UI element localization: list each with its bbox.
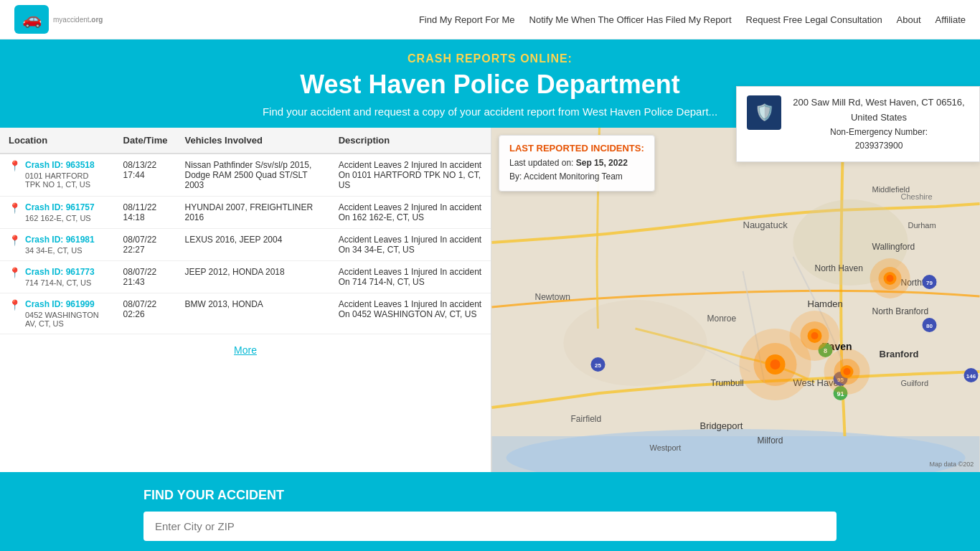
cell-vehicles-0: Nissan Pathfinder S/sv/sl/p 2015, Dodge … [176,154,329,197]
more-link[interactable]: More [234,344,257,356]
cell-description-3: Accident Leaves 1 Injured In accident On… [330,261,491,293]
svg-point-42 [887,275,894,282]
col-datetime: Date/Time [115,128,176,154]
nav-notify[interactable]: Notify Me When The Officer Has Filed My … [529,14,732,25]
svg-text:Milford: Milford [758,435,783,446]
cell-vehicles-1: HYUNDAI 2007, FREIGHTLINER 2016 [176,197,329,229]
crash-link-1[interactable]: Crash ID: 961757 [25,202,95,212]
nav-legal[interactable]: Request Free Legal Consultation [746,14,882,25]
hero-section: CRASH REPORTS ONLINE: West Haven Police … [0,39,980,128]
svg-text:79: 79 [926,280,933,286]
col-description: Description [330,128,491,154]
svg-text:Newtown: Newtown [535,292,570,302]
nav-affiliate[interactable]: Affiliate [936,14,966,25]
cell-description-2: Accident Leaves 1 Injured In accident On… [330,229,491,261]
map-section: Middlefield Durham Wallingford Northford… [491,128,980,472]
svg-text:Hamden: Hamden [808,298,843,309]
last-reported-title: LAST REPORTED INCIDENTS: [509,143,644,154]
last-by-team: Accident Monitoring Team [524,171,623,182]
nav-about[interactable]: About [897,14,921,25]
main-area: Location Date/Time Vehicles Involved Des… [0,128,980,472]
dept-phone: 2039373900 [788,139,969,153]
logo-icon: 🚗 [14,5,49,34]
location-text-2: 34 34-E, CT, US [25,246,95,255]
svg-text:Bridgeport: Bridgeport [700,420,743,431]
svg-point-50 [771,359,781,369]
time-3: 21:43 [123,277,168,287]
last-updated-label: Last updated on: [509,158,573,168]
location-pin-icon-1: 📍 [9,202,21,214]
time-4: 02:26 [123,309,168,319]
cell-datetime-0: 08/13/22 17:44 [115,154,176,197]
last-by-line: By: Accident Monitoring Team [509,170,644,184]
location-pin-icon-3: 📍 [9,267,21,278]
date-0: 08/13/22 [123,160,168,170]
crash-link-3[interactable]: Crash ID: 961773 [25,267,95,277]
time-1: 14:18 [123,212,168,222]
location-pin-icon-0: 📍 [9,160,21,171]
svg-text:Fairfield: Fairfield [571,414,602,424]
crash-link-4[interactable]: Crash ID: 961999 [25,299,106,309]
svg-text:Branford: Branford [880,349,919,359]
svg-text:Monroe: Monroe [707,314,737,324]
cell-datetime-4: 08/07/22 02:26 [115,293,176,334]
cell-location-4: 📍 Crash ID: 961999 0452 WASHINGTON AV, C… [0,293,115,334]
more-link-container: More [0,334,491,366]
svg-point-46 [811,332,819,339]
svg-text:Naugatuck: Naugatuck [743,220,788,230]
cell-datetime-1: 08/11/22 14:18 [115,197,176,229]
nav-find-report[interactable]: Find My Report For Me [419,14,515,25]
svg-text:Trumbull: Trumbull [711,378,744,388]
cell-location-0: 📍 Crash ID: 963518 0101 HARTFORD TPK NO … [0,154,115,197]
cell-vehicles-4: BMW 2013, HONDA [176,293,329,334]
location-text-0: 0101 HARTFORD TPK NO 1, CT, US [25,171,106,189]
svg-text:146: 146 [966,373,976,380]
location-text-4: 0452 WASHINGTON AV, CT, US [25,311,106,328]
svg-text:25: 25 [595,362,601,369]
cell-vehicles-2: LEXUS 2016, JEEP 2004 [176,229,329,261]
last-updated-line: Last updated on: Sep 15, 2022 [509,156,644,170]
cell-datetime-2: 08/07/22 22:27 [115,229,176,261]
col-vehicles: Vehicles Involved [176,128,329,154]
table-section: Location Date/Time Vehicles Involved Des… [0,128,491,472]
table-row: 📍 Crash ID: 963518 0101 HARTFORD TPK NO … [0,154,491,197]
cell-description-0: Accident Leaves 2 Injured In accident On… [330,154,491,197]
svg-text:Map data ©202: Map data ©202 [930,461,974,468]
dept-address: 200 Saw Mill Rd, West Haven, CT 06516, U… [788,95,969,126]
dept-phone-label: Non-Emergency Number: [788,126,969,139]
find-accident-title: FIND YOUR ACCIDENT [143,488,837,503]
incidents-table: Location Date/Time Vehicles Involved Des… [0,128,491,334]
table-row: 📍 Crash ID: 961757 162 162-E, CT, US 08/… [0,197,491,229]
dept-badge-icon: 🛡️ [747,95,781,130]
time-0: 17:44 [123,170,168,180]
col-location: Location [0,128,115,154]
last-updated-date: Sep 15, 2022 [576,158,628,168]
last-reported-card: LAST REPORTED INCIDENTS: Last updated on… [499,135,655,192]
logo[interactable]: 🚗 myaccident.org [14,5,103,34]
find-accident-input[interactable] [143,512,837,541]
svg-text:Westport: Westport [650,443,682,452]
date-4: 08/07/22 [123,299,168,309]
svg-text:80: 80 [926,323,933,329]
cell-location-2: 📍 Crash ID: 961981 34 34-E, CT, US [0,229,115,261]
crash-link-0[interactable]: Crash ID: 963518 [25,160,106,170]
nav-links: Find My Report For Me Notify Me When The… [419,14,966,25]
dept-card: 🛡️ 200 Saw Mill Rd, West Haven, CT 06516… [736,86,980,162]
location-text-1: 162 162-E, CT, US [25,214,95,222]
svg-text:Guilford: Guilford [901,379,929,387]
table-row: 📍 Crash ID: 961773 714 714-N, CT, US 08/… [0,261,491,293]
table-row: 📍 Crash ID: 961981 34 34-E, CT, US 08/07… [0,229,491,261]
cell-description-4: Accident Leaves 1 Injured In accident On… [330,293,491,334]
date-1: 08/11/22 [123,202,168,212]
crash-link-2[interactable]: Crash ID: 961981 [25,235,95,245]
cell-datetime-3: 08/07/22 21:43 [115,261,176,293]
svg-text:North Branford: North Branford [872,306,929,316]
date-3: 08/07/22 [123,267,168,277]
svg-rect-2 [492,436,980,472]
last-by-label: By: [509,171,522,182]
navbar: 🚗 myaccident.org Find My Report For Me N… [0,0,980,39]
cell-location-1: 📍 Crash ID: 961757 162 162-E, CT, US [0,197,115,229]
svg-point-4 [564,300,707,386]
logo-text: myaccident.org [53,16,103,24]
dept-info: 200 Saw Mill Rd, West Haven, CT 06516, U… [788,95,969,153]
